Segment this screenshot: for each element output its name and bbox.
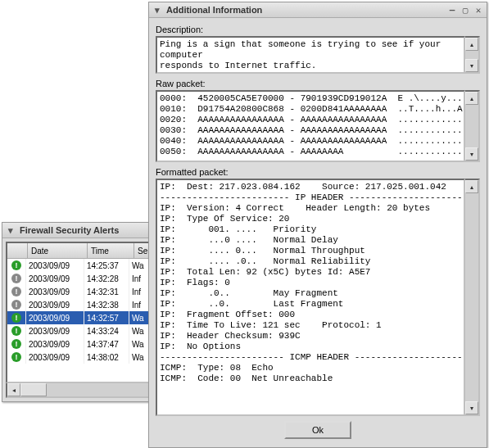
alert-icon: ! xyxy=(7,298,26,311)
cell-date: 2003/09/09 xyxy=(26,324,84,337)
alert-icon: ! xyxy=(7,272,26,285)
alert-icon: ! xyxy=(7,311,26,324)
scroll-up-icon[interactable]: ▴ xyxy=(465,38,478,51)
alert-icon: ! xyxy=(7,259,26,272)
cell-date: 2003/09/09 xyxy=(26,259,84,272)
formatted-packet-vscrollbar[interactable]: ▴ ▾ xyxy=(465,179,480,416)
alert-icon: ! xyxy=(7,324,26,337)
col-icon[interactable] xyxy=(7,243,28,258)
window-menu-icon[interactable]: ▾ xyxy=(152,4,163,16)
scroll-down-icon[interactable]: ▾ xyxy=(465,401,478,414)
alert-icon: ! xyxy=(7,337,26,351)
raw-packet-textbox[interactable]: 0000: 4520005CA5E70000 - 7901939CD919012… xyxy=(156,90,465,162)
alert-icon: ! xyxy=(7,285,26,298)
col-date[interactable]: Date xyxy=(28,243,88,258)
cell-time: 14:32:57 xyxy=(84,311,129,324)
cell-date: 2003/09/09 xyxy=(26,351,84,364)
cell-date: 2003/09/09 xyxy=(26,337,84,351)
cell-date: 2003/09/09 xyxy=(26,285,84,298)
cell-time: 14:32:28 xyxy=(84,272,129,285)
cell-time: 14:38:02 xyxy=(84,351,129,364)
scroll-up-icon[interactable]: ▴ xyxy=(465,180,478,193)
cell-date: 2003/09/09 xyxy=(26,298,84,311)
cell-time: 14:32:38 xyxy=(84,298,129,311)
cell-time: 14:32:31 xyxy=(84,285,129,298)
formatted-packet-label: Formatted packet: xyxy=(156,167,480,177)
cell-date: 2003/09/09 xyxy=(26,272,84,285)
info-titlebar[interactable]: ▾ Additional Information — ▢ ✕ xyxy=(149,2,487,18)
description-label: Description: xyxy=(156,25,480,34)
cell-date: 2003/09/09 xyxy=(26,311,84,324)
cell-time: 14:33:24 xyxy=(84,324,129,337)
description-vscrollbar[interactable]: ▴ ▾ xyxy=(465,36,480,74)
col-time[interactable]: Time xyxy=(88,243,134,258)
scroll-down-icon[interactable]: ▾ xyxy=(465,59,478,72)
close-icon[interactable]: ✕ xyxy=(473,4,484,16)
additional-info-window: ▾ Additional Information — ▢ ✕ Descripti… xyxy=(148,2,487,448)
minimize-icon[interactable]: — xyxy=(446,4,458,16)
raw-packet-label: Raw packet: xyxy=(156,79,480,88)
alert-icon: ! xyxy=(7,351,26,364)
description-textbox[interactable]: Ping is a sign that someone is trying to… xyxy=(156,36,465,74)
ok-button[interactable]: Ok xyxy=(284,421,351,439)
raw-packet-vscrollbar[interactable]: ▴ ▾ xyxy=(465,90,480,162)
cell-time: 14:25:37 xyxy=(84,259,129,272)
scroll-up-icon[interactable]: ▴ xyxy=(465,92,478,105)
maximize-icon[interactable]: ▢ xyxy=(460,4,471,16)
formatted-packet-textbox[interactable]: IP: Dest: 217.023.084.162 Source: 217.02… xyxy=(156,179,465,416)
window-menu-icon[interactable]: ▾ xyxy=(5,224,16,236)
info-title: Additional Information xyxy=(163,5,445,15)
cell-time: 14:37:47 xyxy=(84,337,129,351)
scroll-down-icon[interactable]: ▾ xyxy=(465,147,478,161)
hscroll-thumb[interactable] xyxy=(20,383,47,396)
scroll-left-icon[interactable]: ◂ xyxy=(7,383,20,396)
